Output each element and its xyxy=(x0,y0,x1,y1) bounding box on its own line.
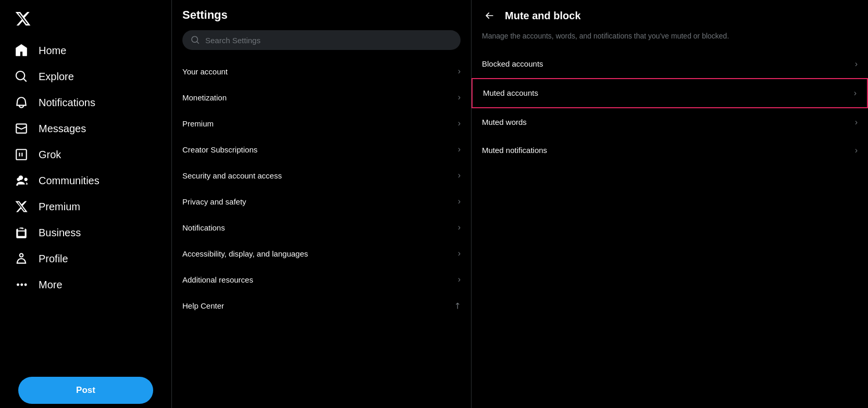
sidebar-item-profile[interactable]: Profile xyxy=(6,246,165,272)
sidebar-item-more-label: More xyxy=(39,279,63,291)
sidebar-item-business-label: Business xyxy=(39,227,81,239)
settings-list: Your account › Monetization › Premium › … xyxy=(172,58,471,408)
search-input[interactable] xyxy=(205,36,452,45)
settings-item-creator-subscriptions[interactable]: Creator Subscriptions › xyxy=(172,136,471,162)
chevron-right-icon: › xyxy=(855,118,858,127)
settings-item-security[interactable]: Security and account access › xyxy=(172,162,471,188)
muted-words-label: Muted words xyxy=(482,118,527,126)
blocked-accounts-label: Blocked accounts xyxy=(482,59,543,68)
chevron-right-icon: › xyxy=(855,59,858,69)
mute-block-title: Mute and block xyxy=(505,10,581,22)
mute-block-item-muted-words[interactable]: Muted words › xyxy=(472,108,868,136)
settings-item-additional-resources-label: Additional resources xyxy=(182,275,253,284)
mute-block-item-blocked-accounts[interactable]: Blocked accounts › xyxy=(472,50,868,78)
x-logo[interactable] xyxy=(6,4,165,35)
back-arrow-icon xyxy=(484,10,494,21)
settings-item-premium-label: Premium xyxy=(182,119,214,128)
notifications-icon xyxy=(15,96,28,109)
nav-list: Home Explore Notifications Messages xyxy=(6,37,165,368)
sidebar-item-profile-label: Profile xyxy=(39,253,68,265)
settings-item-help-center[interactable]: Help Center ↗ xyxy=(172,292,471,319)
mute-block-list: Blocked accounts › Muted accounts › Mute… xyxy=(472,50,868,164)
settings-item-help-center-label: Help Center xyxy=(182,301,224,310)
search-icon xyxy=(191,35,200,45)
chevron-right-icon: › xyxy=(458,145,461,154)
explore-icon xyxy=(15,70,28,83)
sidebar-item-grok[interactable]: Grok xyxy=(6,142,165,168)
sidebar-item-explore[interactable]: Explore xyxy=(6,63,165,90)
settings-title: Settings xyxy=(182,8,461,22)
search-bar[interactable] xyxy=(182,30,461,50)
settings-item-monetization-label: Monetization xyxy=(182,93,227,102)
settings-item-privacy-label: Privacy and safety xyxy=(182,197,246,206)
mute-block-item-muted-accounts[interactable]: Muted accounts › xyxy=(472,78,868,108)
messages-icon xyxy=(15,122,28,135)
sidebar-item-home[interactable]: Home xyxy=(6,37,165,63)
muted-accounts-label: Muted accounts xyxy=(483,88,538,97)
settings-item-your-account[interactable]: Your account › xyxy=(172,58,471,84)
sidebar-item-communities-label: Communities xyxy=(39,175,100,187)
settings-item-monetization[interactable]: Monetization › xyxy=(172,84,471,110)
sidebar-item-premium-label: Premium xyxy=(39,201,80,213)
sidebar-item-explore-label: Explore xyxy=(39,71,74,83)
premium-icon xyxy=(15,200,28,213)
chevron-right-icon: › xyxy=(458,249,461,258)
mute-block-panel: Mute and block Manage the accounts, word… xyxy=(472,0,868,408)
sidebar-item-grok-label: Grok xyxy=(39,149,61,161)
communities-icon xyxy=(15,174,28,187)
mute-block-header: Mute and block xyxy=(472,0,868,31)
mute-block-subtitle: Manage the accounts, words, and notifica… xyxy=(472,31,868,50)
sidebar-item-more[interactable]: More xyxy=(6,272,165,298)
settings-header: Settings xyxy=(172,0,471,58)
mute-block-item-muted-notifications[interactable]: Muted notifications › xyxy=(472,136,868,164)
chevron-right-icon: › xyxy=(458,93,461,102)
sidebar-item-premium[interactable]: Premium xyxy=(6,194,165,220)
settings-item-notifications[interactable]: Notifications › xyxy=(172,214,471,240)
sidebar-item-home-label: Home xyxy=(39,45,66,57)
chevron-right-icon: › xyxy=(458,275,461,284)
chevron-right-icon: › xyxy=(458,67,461,76)
grok-icon xyxy=(15,148,28,161)
settings-item-notifications-label: Notifications xyxy=(182,223,225,232)
chevron-right-icon: › xyxy=(458,197,461,206)
external-link-icon: ↗ xyxy=(451,300,463,312)
sidebar-item-communities[interactable]: Communities xyxy=(6,168,165,194)
chevron-right-icon: › xyxy=(855,146,858,155)
sidebar-item-messages-label: Messages xyxy=(39,123,86,135)
post-button[interactable]: Post xyxy=(18,377,153,404)
settings-panel: Settings Your account › Monetization › P… xyxy=(172,0,472,408)
chevron-right-icon: › xyxy=(458,119,461,128)
settings-item-accessibility[interactable]: Accessibility, display, and languages › xyxy=(172,240,471,266)
sidebar: Home Explore Notifications Messages xyxy=(0,0,172,408)
muted-notifications-label: Muted notifications xyxy=(482,146,547,155)
back-button[interactable] xyxy=(482,8,497,23)
settings-item-premium[interactable]: Premium › xyxy=(172,110,471,136)
sidebar-item-business[interactable]: Business xyxy=(6,220,165,246)
profile-icon xyxy=(15,252,28,265)
settings-item-privacy[interactable]: Privacy and safety › xyxy=(172,188,471,214)
settings-item-security-label: Security and account access xyxy=(182,171,282,180)
more-icon xyxy=(15,278,28,291)
settings-item-creator-subscriptions-label: Creator Subscriptions xyxy=(182,145,257,154)
settings-item-your-account-label: Your account xyxy=(182,67,228,76)
chevron-right-icon: › xyxy=(458,171,461,180)
settings-item-additional-resources[interactable]: Additional resources › xyxy=(172,266,471,292)
sidebar-item-notifications-label: Notifications xyxy=(39,97,95,109)
sidebar-item-notifications[interactable]: Notifications xyxy=(6,90,165,116)
chevron-right-icon: › xyxy=(854,88,857,98)
business-icon xyxy=(15,226,28,239)
chevron-right-icon: › xyxy=(458,223,461,232)
home-icon xyxy=(15,44,28,57)
settings-item-accessibility-label: Accessibility, display, and languages xyxy=(182,249,308,258)
sidebar-item-messages[interactable]: Messages xyxy=(6,116,165,142)
